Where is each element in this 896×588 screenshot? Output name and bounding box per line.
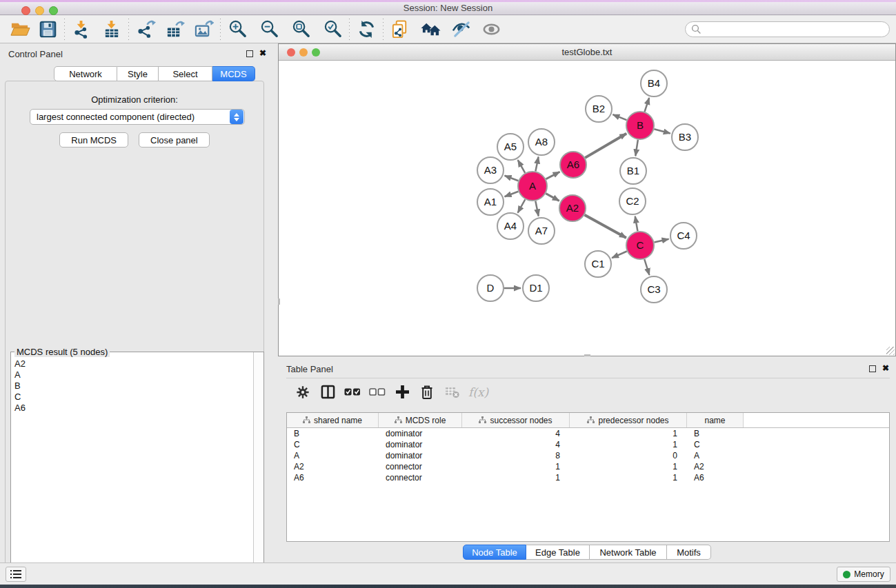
zoom-fit-button[interactable]	[289, 19, 312, 41]
edge-A-A5[interactable]	[518, 160, 525, 173]
edge-C-C2[interactable]	[635, 216, 638, 232]
node-A6[interactable]: A6	[560, 152, 586, 178]
close-panel-icon[interactable]: ✖	[259, 48, 266, 58]
edge-B-B1[interactable]	[635, 140, 638, 156]
zoom-out-button[interactable]	[257, 19, 281, 41]
node-A5[interactable]: A5	[497, 134, 524, 160]
node-C2[interactable]: C2	[619, 188, 646, 214]
node-C3[interactable]: C3	[641, 276, 667, 303]
task-history-button[interactable]	[6, 567, 26, 582]
table-row[interactable]: Adominator80A	[287, 450, 889, 461]
edge-A-A6[interactable]	[546, 172, 559, 179]
edge-A-A4[interactable]	[518, 199, 526, 212]
node-B[interactable]: B	[626, 112, 654, 139]
table-float-panel-icon[interactable]	[869, 365, 876, 372]
node-A8[interactable]: A8	[528, 129, 555, 155]
edge-B-B4[interactable]	[645, 98, 650, 112]
tab-edge-table[interactable]: Edge Table	[526, 545, 590, 560]
tab-select[interactable]: Select	[159, 66, 212, 81]
resize-tick-left[interactable]	[278, 298, 280, 305]
edge-C-C1[interactable]	[612, 251, 627, 258]
edge-B-B2[interactable]	[613, 114, 626, 120]
export-network-button[interactable]	[134, 19, 157, 41]
select-all-button[interactable]	[340, 381, 365, 404]
node-B3[interactable]: B3	[672, 124, 698, 150]
criterion-select[interactable]: largest connected component (directed)	[30, 109, 245, 125]
node-C1[interactable]: C1	[585, 251, 611, 277]
home-view-button[interactable]	[419, 19, 442, 41]
node-A[interactable]: A	[518, 172, 547, 201]
tab-network-table[interactable]: Network Table	[590, 545, 667, 560]
resize-tick-bottom[interactable]	[584, 354, 590, 356]
edge-C-C4[interactable]	[654, 239, 668, 243]
show-panel-button[interactable]	[479, 19, 503, 41]
zoom-selected-button[interactable]	[321, 19, 344, 41]
tab-style[interactable]: Style	[117, 66, 159, 81]
node-A7[interactable]: A7	[528, 218, 555, 244]
result-scrollbar[interactable]	[253, 352, 263, 588]
delete-table-button[interactable]	[439, 381, 464, 404]
tab-network[interactable]: Network	[54, 66, 117, 81]
node-D[interactable]: D	[477, 275, 504, 301]
result-item-a6[interactable]: A6	[14, 403, 252, 414]
run-mcds-button[interactable]: Run MCDS	[59, 132, 128, 148]
table-close-panel-icon[interactable]: ✖	[882, 363, 889, 373]
edge-A-A2[interactable]	[546, 194, 559, 201]
result-item-a2[interactable]: A2	[14, 358, 252, 369]
search-input[interactable]	[701, 23, 889, 36]
memory-button[interactable]: Memory	[837, 567, 890, 582]
open-session-button[interactable]	[8, 19, 32, 41]
refresh-button[interactable]	[355, 19, 378, 41]
tab-mcds[interactable]: MCDS	[212, 66, 255, 81]
edge-B-B3[interactable]	[654, 129, 670, 133]
node-B1[interactable]: B1	[620, 158, 646, 184]
edge-A-A8[interactable]	[535, 157, 538, 172]
edge-A2-C[interactable]	[585, 215, 626, 238]
table-row[interactable]: Bdominator41B	[287, 428, 889, 439]
edge-A-A7[interactable]	[535, 201, 538, 216]
close-panel-button[interactable]: Close panel	[139, 132, 210, 148]
column-header-predecessor-nodes[interactable]: predecessor nodes	[570, 413, 687, 427]
export-table-button[interactable]	[163, 19, 186, 41]
node-D1[interactable]: D1	[523, 275, 549, 301]
table-settings-button[interactable]	[290, 381, 315, 404]
node-C[interactable]: C	[626, 232, 654, 259]
result-item-c[interactable]: C	[14, 392, 252, 403]
export-image-button[interactable]	[192, 19, 215, 41]
node-B2[interactable]: B2	[586, 96, 612, 122]
save-session-button[interactable]	[36, 19, 59, 41]
table-row[interactable]: Cdominator41C	[287, 439, 889, 450]
table-row[interactable]: A6connector11A6	[287, 472, 889, 483]
duplicate-network-button[interactable]	[388, 19, 412, 41]
delete-column-button[interactable]	[415, 381, 439, 404]
column-header-mcds-role[interactable]: MCDS role	[379, 413, 462, 427]
add-column-button[interactable]	[390, 381, 415, 404]
hide-panel-button[interactable]	[449, 19, 472, 41]
float-panel-icon[interactable]	[246, 50, 253, 57]
node-A1[interactable]: A1	[477, 189, 504, 215]
column-header-successor-nodes[interactable]: successor nodes	[462, 413, 570, 427]
table-row[interactable]: A2connector11A2	[287, 461, 889, 472]
tab-motifs[interactable]: Motifs	[667, 545, 711, 560]
tab-node-table[interactable]: Node Table	[463, 545, 526, 560]
node-A3[interactable]: A3	[477, 157, 504, 183]
column-header-name[interactable]: name	[687, 413, 744, 427]
function-builder-button[interactable]: f(x)	[464, 381, 488, 404]
resize-grip[interactable]	[886, 347, 895, 355]
network-window-titlebar[interactable]: testGlobe.txt	[279, 44, 895, 61]
edge-A6-B[interactable]	[585, 134, 626, 158]
network-canvas[interactable]: B4B2BB3A5A8A6A3B1AA1C2A2A4A7C4CC1C3DD1	[279, 61, 895, 356]
column-layout-button[interactable]	[315, 381, 340, 404]
edge-A-A3[interactable]	[505, 176, 519, 181]
column-header-shared-name[interactable]: shared name	[287, 413, 379, 427]
edge-C-C3[interactable]	[644, 259, 649, 275]
import-table-button[interactable]	[100, 19, 123, 41]
import-network-button[interactable]	[70, 19, 93, 41]
result-item-a[interactable]: A	[14, 369, 252, 381]
edge-A-A1[interactable]	[505, 192, 519, 196]
result-item-b[interactable]: B	[14, 381, 252, 392]
deselect-all-button[interactable]	[365, 381, 390, 404]
node-A2[interactable]: A2	[559, 195, 586, 221]
node-C4[interactable]: C4	[670, 223, 697, 249]
zoom-in-button[interactable]	[226, 19, 249, 41]
